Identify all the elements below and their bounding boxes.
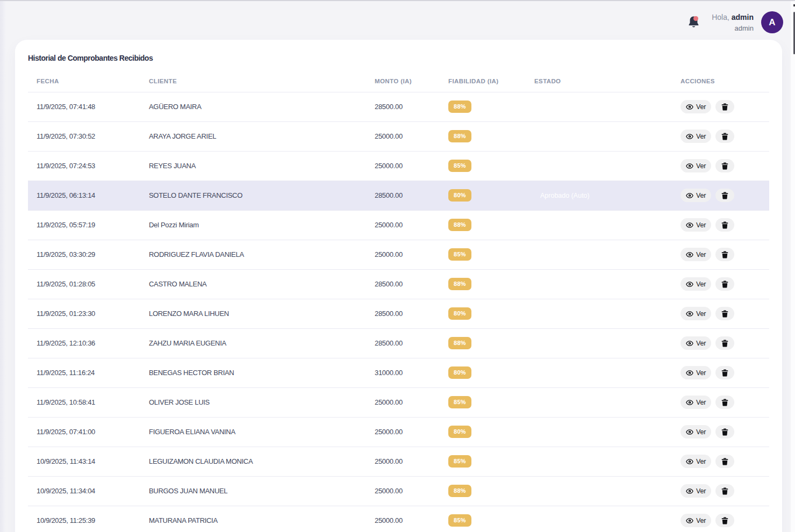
- delete-button[interactable]: [715, 218, 734, 232]
- view-button[interactable]: Ver: [681, 189, 711, 202]
- table-row: 11/9/2025, 07:30:52ARAYA JORGE ARIEL2500…: [28, 121, 769, 151]
- column-header-acciones: Acciones: [672, 70, 769, 92]
- view-button[interactable]: Ver: [681, 514, 711, 527]
- cell-amount: 25000.00: [366, 121, 440, 151]
- cell-status: [526, 210, 672, 240]
- cell-actions: Ver: [672, 447, 769, 476]
- view-button[interactable]: Ver: [681, 248, 711, 261]
- view-button-label: Ver: [696, 340, 706, 347]
- cell-reliability: 88%: [440, 269, 526, 299]
- cell-status: [526, 506, 672, 532]
- cell-reliability: 80%: [440, 417, 526, 447]
- greeting-text: Hola, admin: [712, 13, 754, 21]
- table-row: 10/9/2025, 11:43:14LEGUIZAMON CLAUDIA MO…: [28, 447, 769, 476]
- cell-actions: Ver: [672, 92, 769, 121]
- delete-button[interactable]: [715, 277, 734, 291]
- avatar[interactable]: A: [761, 11, 783, 33]
- delete-button[interactable]: [715, 425, 734, 438]
- delete-button[interactable]: [715, 130, 734, 143]
- cell-client: CASTRO MALENA: [140, 269, 366, 299]
- table-row: 11/9/2025, 07:41:48AGÜERO MAIRA28500.008…: [28, 92, 769, 121]
- eye-icon: [686, 162, 693, 170]
- cell-reliability: 88%: [440, 210, 526, 240]
- view-button[interactable]: Ver: [681, 336, 711, 350]
- cell-date: 10/9/2025, 11:25:39: [28, 506, 140, 532]
- trash-icon: [721, 428, 728, 436]
- table-row: 10/9/2025, 11:25:39MATURANA PATRICIA2500…: [28, 506, 769, 532]
- column-header-fecha: Fecha: [28, 70, 140, 92]
- reliability-badge: 85%: [448, 455, 471, 468]
- view-button[interactable]: Ver: [681, 455, 711, 468]
- delete-button[interactable]: [715, 484, 734, 498]
- delete-button[interactable]: [715, 248, 734, 261]
- cell-status: [526, 358, 672, 387]
- table-row: 11/9/2025, 10:58:41OLIVER JOSE LUIS25000…: [28, 387, 769, 417]
- delete-button[interactable]: [715, 514, 734, 527]
- cell-date: 11/9/2025, 05:57:19: [28, 210, 140, 240]
- view-button[interactable]: Ver: [681, 396, 711, 409]
- view-button[interactable]: Ver: [681, 130, 711, 143]
- delete-button[interactable]: [715, 307, 734, 320]
- cell-amount: 25000.00: [366, 387, 440, 417]
- delete-button[interactable]: [715, 336, 734, 350]
- cell-reliability: 88%: [440, 328, 526, 358]
- view-button[interactable]: Ver: [681, 484, 711, 498]
- cell-date: 11/9/2025, 07:24:53: [28, 151, 140, 181]
- view-button[interactable]: Ver: [681, 218, 711, 232]
- view-button[interactable]: Ver: [681, 425, 711, 438]
- view-button[interactable]: Ver: [681, 366, 711, 379]
- scrollbar[interactable]: [791, 1, 795, 532]
- reliability-badge: 88%: [448, 278, 471, 290]
- trash-icon: [721, 133, 728, 140]
- cell-status: [526, 269, 672, 299]
- trash-icon: [721, 369, 728, 377]
- eye-icon: [686, 221, 693, 229]
- view-button[interactable]: Ver: [681, 277, 711, 291]
- view-button[interactable]: Ver: [681, 100, 711, 113]
- delete-button[interactable]: [715, 159, 734, 172]
- scrollbar-thumb[interactable]: [793, 12, 795, 54]
- cell-reliability: 88%: [440, 92, 526, 121]
- delete-button[interactable]: [715, 189, 734, 202]
- view-button-label: Ver: [696, 517, 706, 524]
- cell-reliability: 80%: [440, 181, 526, 210]
- sidebar-edge-glow: [0, 1, 6, 532]
- eye-icon: [686, 251, 693, 258]
- table-row: 10/9/2025, 11:34:04BURGOS JUAN MANUEL250…: [28, 476, 769, 506]
- reliability-badge: 80%: [448, 189, 471, 202]
- cell-actions: Ver: [672, 240, 769, 269]
- cell-client: SOTELO DANTE FRANCISCO: [140, 181, 366, 210]
- trash-icon: [721, 221, 728, 229]
- cell-client: OLIVER JOSE LUIS: [140, 387, 366, 417]
- notifications-button[interactable]: [687, 15, 701, 30]
- cell-status: [526, 121, 672, 151]
- window-top-border: [0, 0, 795, 1]
- view-button[interactable]: Ver: [681, 307, 711, 320]
- cell-status: [526, 328, 672, 358]
- delete-button[interactable]: [715, 366, 734, 379]
- reliability-badge: 88%: [448, 337, 471, 349]
- table-row: 11/9/2025, 01:23:30LORENZO MARA LIHUEN28…: [28, 299, 769, 328]
- eye-icon: [686, 133, 693, 140]
- view-button-label: Ver: [696, 458, 706, 465]
- table-row: 11/9/2025, 01:28:05CASTRO MALENA28500.00…: [28, 269, 769, 299]
- eye-icon: [686, 192, 693, 199]
- view-button-label: Ver: [696, 103, 706, 111]
- cell-date: 11/9/2025, 12:10:36: [28, 328, 140, 358]
- cell-date: 11/9/2025, 10:58:41: [28, 387, 140, 417]
- user-role: admin: [735, 24, 754, 32]
- cell-actions: Ver: [672, 121, 769, 151]
- view-button-label: Ver: [696, 162, 706, 170]
- view-button-label: Ver: [696, 369, 706, 377]
- cell-date: 11/9/2025, 03:30:29: [28, 240, 140, 269]
- reliability-badge: 88%: [448, 219, 471, 231]
- delete-button[interactable]: [715, 396, 734, 409]
- view-button[interactable]: Ver: [681, 159, 711, 172]
- trash-icon: [721, 340, 728, 347]
- eye-icon: [686, 310, 693, 318]
- eye-icon: [686, 281, 693, 288]
- delete-button[interactable]: [715, 100, 734, 113]
- delete-button[interactable]: [715, 455, 734, 468]
- cell-date: 11/9/2025, 06:13:14: [28, 181, 140, 210]
- cell-actions: Ver: [672, 328, 769, 358]
